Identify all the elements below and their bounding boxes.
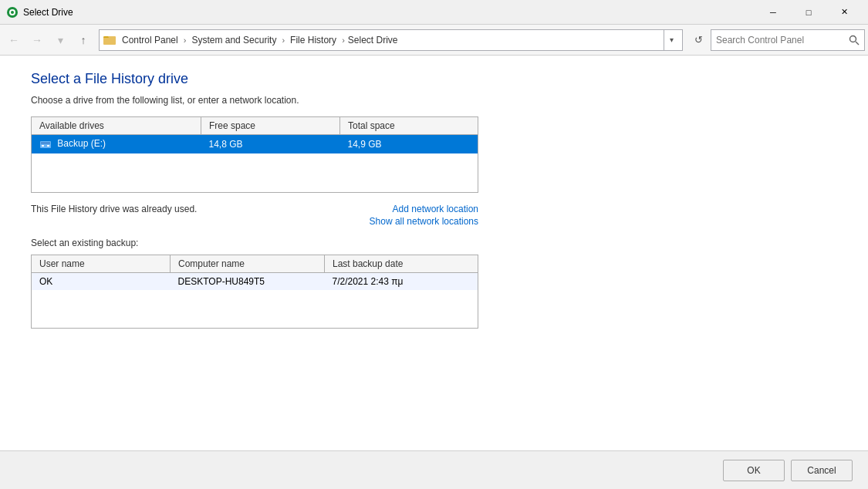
breadcrumb-control-panel[interactable]: Control Panel [120, 34, 181, 46]
sep1: › [184, 35, 187, 45]
show-network-button[interactable]: Show all network locations [370, 216, 478, 227]
backup-computer: DESKTOP-HU849T5 [171, 272, 325, 290]
status-area: This File History drive was already used… [31, 204, 478, 227]
drive-empty-row [32, 153, 478, 192]
backup-row-1[interactable]: OK DESKTOP-HU849T5 7/2/2021 2:43 πμ [32, 272, 478, 290]
svg-rect-7 [41, 142, 50, 144]
backup-user: OK [32, 272, 171, 290]
backup-date: 7/2/2021 2:43 πμ [325, 272, 478, 290]
sep3: › [342, 35, 345, 45]
drive-total: 14,9 GB [340, 135, 478, 154]
drive-icon [39, 138, 52, 150]
back-button[interactable]: ← [3, 29, 25, 51]
app-icon [6, 6, 19, 19]
forward-button[interactable]: → [26, 29, 48, 51]
backup-col-computer: Computer name [171, 255, 325, 272]
breadcrumb-system-security[interactable]: System and Security [189, 34, 279, 46]
nav-bar: ← → ▾ ↑ Control Panel › System and Secur… [0, 25, 868, 56]
window-title: Select Drive [23, 7, 755, 18]
breadcrumb-current: Select Drive [348, 35, 398, 46]
ok-button[interactable]: OK [723, 460, 785, 481]
add-network-button[interactable]: Add network location [393, 204, 478, 214]
page-title: Select a File History drive [31, 71, 837, 87]
address-bar: Control Panel › System and Security › Fi… [99, 29, 683, 51]
status-text: This File History drive was already used… [31, 204, 197, 214]
close-button[interactable]: ✕ [826, 0, 862, 25]
svg-rect-8 [42, 145, 44, 147]
svg-point-2 [11, 11, 14, 14]
up-button[interactable]: ↑ [73, 29, 94, 51]
backup-table: User name Computer name Last backup date… [31, 255, 478, 329]
search-icon [849, 35, 860, 46]
sep2: › [282, 35, 285, 45]
svg-line-5 [856, 42, 859, 45]
backup-empty-row [32, 290, 478, 329]
breadcrumb-bar: Control Panel › System and Security › Fi… [120, 34, 664, 46]
title-bar: Select Drive ─ □ ✕ [0, 0, 868, 25]
minimize-button[interactable]: ─ [755, 0, 791, 25]
search-box [711, 29, 865, 51]
main-content: Select a File History drive Choose a dri… [0, 56, 868, 450]
description: Choose a drive from the following list, … [31, 95, 837, 106]
address-dropdown-button[interactable]: ▾ [664, 29, 679, 51]
folder-icon [103, 33, 117, 47]
drives-col-name: Available drives [32, 117, 201, 135]
maximize-button[interactable]: □ [791, 0, 826, 25]
drives-table: Available drives Free space Total space … [31, 116, 478, 193]
backup-col-user: User name [32, 255, 171, 272]
drive-row-1[interactable]: Backup (E:) 14,8 GB 14,9 GB [32, 135, 478, 154]
backup-col-date: Last backup date [325, 255, 478, 272]
search-input[interactable] [716, 35, 849, 46]
recent-button[interactable]: ▾ [49, 29, 71, 51]
network-links: Add network location Show all network lo… [370, 204, 478, 227]
breadcrumb-file-history[interactable]: File History [288, 34, 339, 46]
cancel-button[interactable]: Cancel [791, 460, 853, 481]
backup-label: Select an existing backup: [31, 238, 837, 248]
drives-col-total: Total space [340, 117, 478, 135]
window-controls: ─ □ ✕ [755, 0, 862, 25]
refresh-button[interactable]: ↺ [687, 29, 709, 51]
footer: OK Cancel [0, 450, 868, 489]
svg-point-4 [850, 35, 856, 42]
svg-rect-9 [47, 145, 49, 147]
drive-name: Backup (E:) [32, 135, 201, 154]
drives-col-free: Free space [201, 117, 340, 135]
drive-free: 14,8 GB [201, 135, 340, 154]
